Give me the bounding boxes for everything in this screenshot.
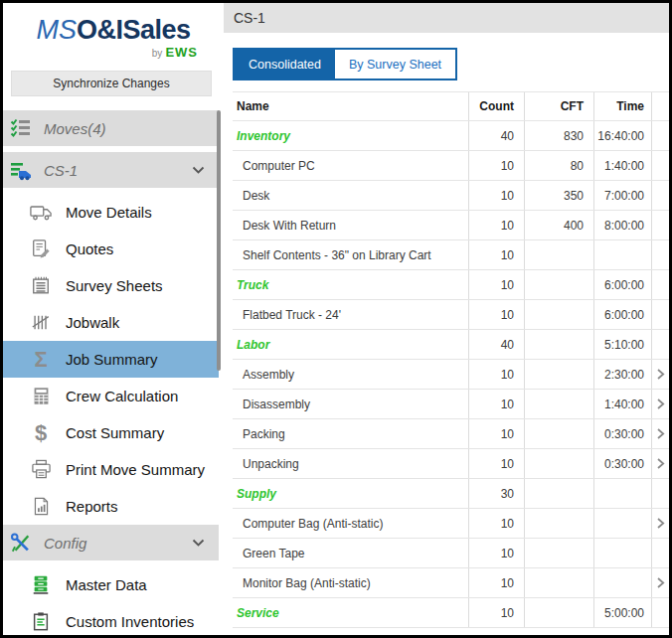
sidebar-item-crew-calculation[interactable]: Crew Calculation xyxy=(3,378,219,414)
cell-time xyxy=(594,509,652,538)
cell-time: 0:30:00 xyxy=(594,419,652,448)
table-row[interactable]: Desk With Return 10 400 8:00:00 xyxy=(233,211,669,240)
cell-count: 10 xyxy=(469,181,525,210)
table-row[interactable]: Monitor Bag (Anti-static) 10 xyxy=(233,568,669,598)
cell-count: 10 xyxy=(469,509,525,538)
cell-time: 2:30:00 xyxy=(594,360,652,389)
report-icon xyxy=(30,496,52,517)
table-row[interactable]: Assembly 10 2:30:00 xyxy=(233,360,669,390)
cell-count: 30 xyxy=(469,479,525,508)
table-row[interactable]: Flatbed Truck - 24' 10 6:00:00 xyxy=(233,300,669,330)
cell-time xyxy=(594,240,652,269)
cell-time: 16:40:00 xyxy=(594,121,652,150)
cell-name: Shelf Contents - 36" on Library Cart xyxy=(233,240,469,269)
sidebar-item-label: Job Summary xyxy=(66,351,158,368)
sidebar: MSO&ISales byEWS Synchronize Changes xyxy=(3,3,224,635)
table-row[interactable]: Disassembly 10 1:40:00 xyxy=(233,390,669,419)
cell-time: 1:40:00 xyxy=(594,390,652,418)
cell-count: 10 xyxy=(469,151,525,180)
cell-count: 10 xyxy=(469,211,525,239)
cell-time: 5:00:00 xyxy=(594,598,652,627)
sidebar-item-cost-summary[interactable]: $ Cost Summary xyxy=(3,414,219,451)
table-row[interactable]: Service 10 5:00:00 xyxy=(233,598,669,628)
sidebar-group-config[interactable]: Config xyxy=(3,525,219,560)
column-header-count: Count xyxy=(469,92,525,120)
clipboard-icon xyxy=(30,611,52,632)
sidebar-item-quotes[interactable]: Quotes xyxy=(3,231,219,267)
sidebar-item-label: Survey Sheets xyxy=(66,277,163,294)
cell-time: 0:30:00 xyxy=(594,449,652,478)
row-chevron-icon[interactable] xyxy=(652,449,669,478)
table-row[interactable]: Green Tape 10 xyxy=(233,539,669,568)
sidebar-group-cs-1[interactable]: CS-1 xyxy=(3,152,219,188)
table-row[interactable]: Supply 30 xyxy=(233,479,669,509)
sidebar-item-label: Crew Calculation xyxy=(66,388,178,404)
column-header-name: Name xyxy=(233,92,469,120)
tab-consolidated[interactable]: Consolidated xyxy=(235,50,335,79)
row-chevron-icon[interactable] xyxy=(652,419,669,448)
cell-cft xyxy=(525,300,594,329)
cell-cft xyxy=(525,568,594,597)
sidebar-item-label: Master Data xyxy=(66,576,147,593)
cell-name: Flatbed Truck - 24' xyxy=(233,300,469,329)
row-chevron-icon xyxy=(652,151,669,180)
table-row[interactable]: Unpacking 10 0:30:00 xyxy=(233,449,669,479)
table-row[interactable]: Desk 10 350 7:00:00 xyxy=(233,181,669,211)
cell-name: Computer Bag (Anti-static) xyxy=(233,509,469,538)
sidebar-group-moves[interactable]: Moves(4) xyxy=(3,110,219,146)
table-row[interactable]: Shelf Contents - 36" on Library Cart 10 xyxy=(233,240,669,270)
cell-name: Unpacking xyxy=(233,449,469,478)
logo-byline: byEWS xyxy=(3,43,224,61)
table-row[interactable]: Computer Bag (Anti-static) 10 xyxy=(233,509,669,539)
cell-count: 10 xyxy=(469,539,525,567)
truck-icon xyxy=(30,203,52,222)
logo-ms: MS xyxy=(36,15,77,45)
chevron-down-icon[interactable] xyxy=(192,539,205,548)
sidebar-group-label: Moves(4) xyxy=(44,120,106,137)
sidebar-item-survey-sheets[interactable]: Survey Sheets xyxy=(3,267,219,304)
cell-name: Packing xyxy=(233,419,469,448)
quote-document-icon xyxy=(30,239,52,259)
tab-by-survey-sheet[interactable]: By Survey Sheet xyxy=(335,50,455,79)
sidebar-item-master-data[interactable]: Master Data xyxy=(3,566,219,603)
main-content: CS-1 Consolidated By Survey Sheet Name C… xyxy=(224,3,669,635)
calculator-icon xyxy=(30,386,52,406)
cell-cft: 80 xyxy=(525,151,594,180)
sidebar-item-jobwalk[interactable]: Jobwalk xyxy=(3,304,219,341)
byline-by: by xyxy=(152,48,163,59)
sidebar-item-print-move-summary[interactable]: Print Move Summary xyxy=(3,451,219,488)
cell-count: 40 xyxy=(469,121,525,150)
cell-time: 1:40:00 xyxy=(594,151,652,180)
cell-count: 10 xyxy=(469,360,525,389)
sidebar-item-reports[interactable]: Reports xyxy=(3,488,219,525)
printer-icon xyxy=(30,459,52,480)
cell-count: 10 xyxy=(469,568,525,597)
row-chevron-icon[interactable] xyxy=(652,360,669,389)
sidebar-scrollbar[interactable] xyxy=(217,110,221,371)
cell-cft: 400 xyxy=(525,211,594,239)
table-row[interactable]: Computer PC 10 80 1:40:00 xyxy=(233,151,669,181)
cell-time: 7:00:00 xyxy=(594,181,652,210)
sidebar-item-move-details[interactable]: Move Details xyxy=(3,194,219,231)
table-row[interactable]: Inventory 40 830 16:40:00 xyxy=(233,121,669,151)
table-row[interactable]: Packing 10 0:30:00 xyxy=(233,419,669,449)
sidebar-item-custom-inventories[interactable]: Custom Inventories xyxy=(3,603,219,638)
row-chevron-icon[interactable] xyxy=(652,390,669,418)
row-chevron-icon[interactable] xyxy=(652,568,669,597)
cell-count: 10 xyxy=(469,449,525,478)
cell-cft xyxy=(525,240,594,269)
page-title: CS-1 xyxy=(234,10,265,26)
table-body: Inventory 40 830 16:40:00 Computer PC 10… xyxy=(233,121,669,628)
table-row[interactable]: Truck 10 6:00:00 xyxy=(233,270,669,300)
row-chevron-icon[interactable] xyxy=(652,509,669,538)
row-chevron-icon xyxy=(652,211,669,239)
app-logo: MSO&ISales byEWS xyxy=(3,3,224,61)
sidebar-item-job-summary[interactable]: Σ Job Summary xyxy=(3,341,219,378)
chevron-down-icon[interactable] xyxy=(192,166,205,175)
table-header-row: Name Count CFT Time xyxy=(233,92,669,121)
table-row[interactable]: Labor 40 5:10:00 xyxy=(233,330,669,360)
synchronize-changes-button[interactable]: Synchronize Changes xyxy=(11,71,212,96)
cell-name: Assembly xyxy=(233,360,469,389)
cell-time: 8:00:00 xyxy=(594,211,652,239)
cell-cft xyxy=(525,419,594,448)
